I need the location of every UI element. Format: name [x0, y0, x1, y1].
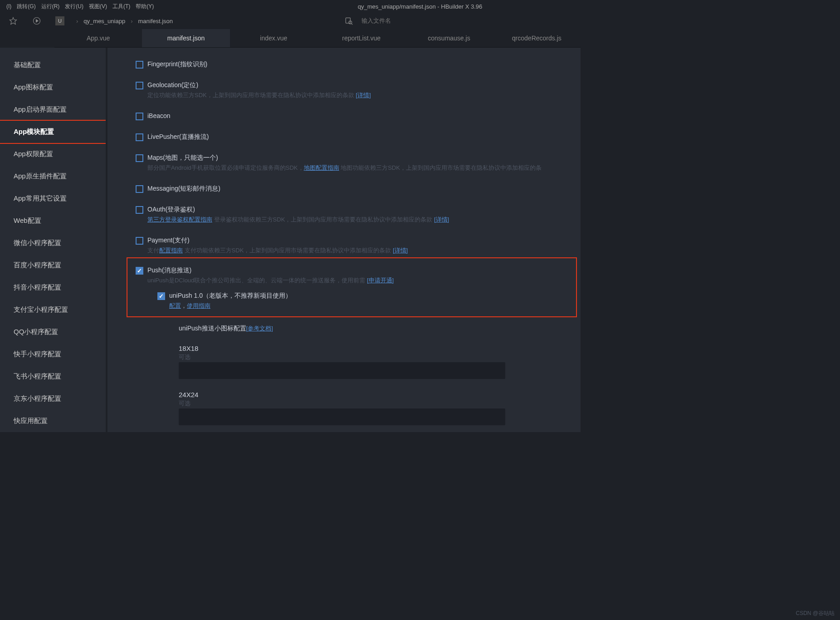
module-maps: Maps(地图，只能选一个) 部分国产Android手机获取位置必须申请定位服务… [136, 154, 581, 172]
tab-qrcoderecords[interactable]: qrcodeRecords.js [493, 29, 581, 47]
link-unipush-config[interactable]: 配置 [169, 302, 181, 309]
label-geolocation: Geolocation(定位) [147, 81, 198, 89]
search-placeholder: 输入文件名 [361, 17, 391, 25]
chevron-right-icon: › [131, 18, 132, 25]
icon-optional-18: 可选 [179, 353, 581, 361]
checkbox-oauth[interactable] [136, 206, 143, 214]
push-icon-section: uniPush推送小图标配置[参考文档] 18X18 可选 24X24 可选 [179, 325, 581, 425]
highlight-box-sidebar: App模块配置 [0, 120, 107, 144]
sidebar-item-app-icon[interactable]: App图标配置 [0, 76, 106, 98]
svg-marker-2 [36, 20, 39, 22]
module-oauth: OAuth(登录鉴权) 第三方登录鉴权配置指南 登录鉴权功能依赖三方SDK，上架… [136, 206, 581, 224]
label-ibeacon: iBeacon [147, 112, 171, 119]
checkbox-messaging[interactable] [136, 185, 143, 193]
sidebar-item-web[interactable]: Web配置 [0, 210, 106, 232]
checkbox-geolocation[interactable] [136, 82, 143, 89]
link-oauth-detail[interactable]: [详情] [434, 216, 449, 223]
menu-goto[interactable]: 跳转(G) [14, 3, 38, 10]
sidebar-item-baidu[interactable]: 百度小程序配置 [0, 254, 106, 276]
sidebar-item-app-other[interactable]: App常用其它设置 [0, 187, 106, 210]
menu-tools[interactable]: 工具(T) [110, 3, 133, 10]
module-push: Push(消息推送) uniPush是DCloud联合个推公司推出、全端的、云端… [136, 266, 568, 285]
sidebar-item-wechat[interactable]: 微信小程序配置 [0, 232, 106, 254]
sidebar-item-app-permission[interactable]: App权限配置 [0, 143, 106, 165]
sidebar-item-basic[interactable]: 基础配置 [0, 54, 106, 76]
module-fingerprint: Fingerprint(指纹识别) [136, 60, 581, 69]
desc-push-pre: uniPush是DCloud联合个推公司推出、全端的、云端一体的统一推送服务，使… [147, 277, 367, 284]
play-icon[interactable] [32, 16, 42, 26]
star-icon[interactable] [8, 16, 18, 26]
sidebar-item-jd[interactable]: 京东小程序配置 [0, 388, 106, 410]
link-payment-detail[interactable]: [详情] [393, 247, 408, 254]
sidebar-item-kuaishou[interactable]: 快手小程序配置 [0, 343, 106, 365]
link-unipush-guide[interactable]: 使用指南 [187, 302, 210, 309]
link-maps-guide[interactable]: 地图配置指南 [304, 164, 339, 171]
module-unipush: uniPush 1.0（老版本，不推荐新项目使用） 配置，使用指南 [157, 292, 568, 310]
tab-manifest[interactable]: manifest.json [142, 29, 230, 47]
sidebar-item-douyin[interactable]: 抖音小程序配置 [0, 276, 106, 299]
module-payment: Payment(支付) 支付配置指南 支付功能依赖三方SDK，上架到国内应用市场… [136, 236, 581, 255]
content-panel: Fingerprint(指纹识别) Geolocation(定位) 定位功能依赖… [106, 48, 581, 432]
tab-consumause[interactable]: consumause.js [405, 29, 493, 47]
label-messaging: Messaging(短彩邮件消息) [147, 185, 220, 192]
tab-app-vue[interactable]: App.vue [54, 29, 142, 47]
label-fingerprint: Fingerprint(指纹识别) [147, 60, 207, 68]
project-icon: U [55, 16, 64, 25]
menu-publish[interactable]: 发行(U) [62, 3, 86, 10]
checkbox-livepusher[interactable] [136, 133, 143, 141]
menu-item[interactable]: (I) [4, 3, 14, 10]
sidebar-item-app-module[interactable]: App模块配置 [0, 121, 106, 143]
module-ibeacon: iBeacon [136, 112, 581, 120]
sidebar-item-feishu[interactable]: 飞书小程序配置 [0, 365, 106, 388]
icon-config-title: uniPush推送小图标配置 [179, 325, 246, 332]
checkbox-push[interactable] [136, 267, 143, 275]
module-geolocation: Geolocation(定位) 定位功能依赖三方SDK，上架到国内应用市场需要在… [136, 81, 581, 99]
module-messaging: Messaging(短彩邮件消息) [136, 185, 581, 193]
desc-payment-pre: 支付 [147, 247, 159, 254]
link-push-apply[interactable]: [申请开通] [367, 277, 394, 284]
chevron-right-icon: › [76, 18, 78, 25]
window-title: qy_mes_uniapp/manifest.json - HBuilder X… [358, 3, 483, 10]
menu-run[interactable]: 运行(R) [39, 3, 63, 10]
desc-geolocation: 定位功能依赖三方SDK，上架到国内应用市场需要在隐私协议中添加相应的条款 [147, 92, 356, 98]
sidebar-item-qq[interactable]: QQ小程序配置 [0, 321, 106, 343]
menu-view[interactable]: 视图(V) [86, 3, 110, 10]
search-area[interactable]: 输入文件名 [344, 16, 391, 25]
desc-payment-mid: 支付功能依赖三方SDK，上架到国内应用市场需要在隐私协议中添加相应的条款 [183, 247, 393, 254]
link-geolocation-detail[interactable]: [详情] [356, 92, 371, 98]
breadcrumb: U › qy_mes_uniapp › manifest.json [55, 16, 173, 25]
breadcrumb-project[interactable]: qy_mes_uniapp [83, 18, 125, 25]
icon-input-24[interactable] [179, 408, 505, 425]
main-area: 基础配置 App图标配置 App启动界面配置 App模块配置 App权限配置 A… [0, 48, 581, 432]
link-payment-guide[interactable]: 配置指南 [159, 247, 183, 254]
link-icon-doc[interactable]: [参考文档] [246, 325, 273, 332]
checkbox-fingerprint[interactable] [136, 61, 143, 69]
editor-tabs: App.vue manifest.json index.vue reportLi… [54, 29, 581, 48]
breadcrumb-file[interactable]: manifest.json [138, 18, 173, 25]
menu-help[interactable]: 帮助(Y) [133, 3, 156, 10]
desc-maps-mid: 地图功能依赖三方SDK，上架到国内应用市场需要在隐私协议中添加相应的条 [339, 164, 542, 171]
sidebar-item-quickapp[interactable]: 快应用配置 [0, 410, 106, 432]
label-unipush: uniPush 1.0（老版本，不推荐新项目使用） [169, 292, 292, 299]
tab-index-vue[interactable]: index.vue [230, 29, 317, 47]
checkbox-unipush[interactable] [157, 292, 165, 300]
sidebar-item-app-splash[interactable]: App启动界面配置 [0, 98, 106, 121]
label-livepusher: LivePusher(直播推流) [147, 133, 209, 140]
checkbox-payment[interactable] [136, 237, 143, 245]
config-sidebar: 基础配置 App图标配置 App启动界面配置 App模块配置 App权限配置 A… [0, 48, 106, 432]
tab-reportlist[interactable]: reportList.vue [317, 29, 405, 47]
search-icon [344, 16, 353, 25]
toolbar: U › qy_mes_uniapp › manifest.json 输入文件名 [0, 13, 581, 29]
icon-optional-24: 可选 [179, 399, 581, 408]
checkbox-ibeacon[interactable] [136, 113, 143, 120]
highlight-box-push: Push(消息推送) uniPush是DCloud联合个推公司推出、全端的、云端… [127, 257, 577, 317]
icon-input-18[interactable] [179, 362, 505, 379]
link-oauth-guide[interactable]: 第三方登录鉴权配置指南 [147, 216, 212, 223]
checkbox-maps[interactable] [136, 154, 143, 162]
sidebar-item-alipay[interactable]: 支付宝小程序配置 [0, 299, 106, 321]
sep: ， [181, 302, 187, 309]
label-push: Push(消息推送) [147, 266, 191, 274]
icon-size-18: 18X18 [179, 344, 581, 352]
desc-maps-pre: 部分国产Android手机获取位置必须申请定位服务商的SDK， [147, 164, 304, 171]
sidebar-item-native-plugin[interactable]: App原生插件配置 [0, 165, 106, 187]
